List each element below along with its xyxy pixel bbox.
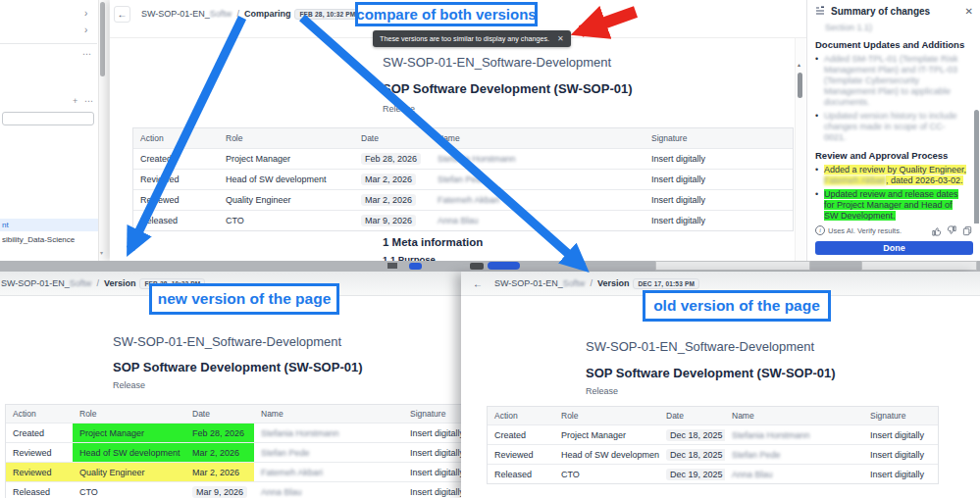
info-icon: i <box>815 225 825 235</box>
table-cell: Created <box>6 423 73 442</box>
column-header: Name <box>254 405 403 423</box>
column-header: Signature <box>863 407 938 424</box>
column-header: Date <box>659 407 725 424</box>
table-header-row: ActionRoleDateNameSignature <box>488 407 938 425</box>
table-cell: Stefan Pede <box>725 445 863 464</box>
column-header: Action <box>6 405 73 423</box>
table-cell: Released <box>488 465 554 483</box>
column-header: Date <box>354 128 431 148</box>
release-label: Release <box>383 104 415 114</box>
table-row: ReleasedCTOMar 9, 2026Anna BlauInsert di… <box>133 211 793 230</box>
table-cell: Quality Engineer <box>73 463 185 481</box>
back-button[interactable]: ← <box>114 6 130 23</box>
table-row: ReviewedHead of SW developmentMar 2, 202… <box>133 170 793 190</box>
table-row: ReleasedCTOMar 9, 2026Anna BlauInsert di… <box>6 482 516 498</box>
table-cell: Anna Blau <box>431 211 645 230</box>
table-header-row: ActionRoleDateNameSignature <box>133 128 793 149</box>
table-cell: Mar 2, 2026 <box>185 463 254 481</box>
ai-disclaimer-row: iUses AI. Verify results. <box>807 224 980 237</box>
table-cell: Stefania Horstmann <box>725 425 863 444</box>
sidebar-item[interactable]: sibility_Data-Science <box>2 235 97 244</box>
table-cell: Created <box>133 149 219 169</box>
release-table: ActionRoleDateNameSignatureCreatedProjec… <box>5 404 517 498</box>
more-icon[interactable]: ⋯ <box>82 49 92 59</box>
table-cell: Project Manager <box>554 425 659 444</box>
callout-new-version: new version of the page <box>149 283 339 315</box>
thumbs-up-icon[interactable] <box>931 225 942 236</box>
copy-icon[interactable] <box>962 225 973 236</box>
table-row: ReviewedHead of SW developmentDec 18, 20… <box>488 445 938 465</box>
table-cell: Mar 9, 2026 <box>185 482 254 498</box>
breadcrumb-separator: / <box>590 278 593 288</box>
table-cell: Fatemeh Akbari <box>431 190 645 210</box>
callout-old-version: old version of the page <box>643 290 831 322</box>
table-cell: CTO <box>73 482 185 498</box>
table-cell: Insert digitally <box>863 425 938 444</box>
column-header: Name <box>431 128 645 148</box>
breadcrumb-document[interactable]: SW-SOP-01-EN_Softw <box>494 278 585 288</box>
summary-text-fragment: Section 1.1) <box>825 23 967 32</box>
version-label: Version <box>104 278 136 288</box>
table-cell: Anna Blau <box>725 465 863 483</box>
table-cell: Head of SW development <box>73 443 185 462</box>
column-header: Role <box>554 407 659 424</box>
sidebar-item-active[interactable]: nt <box>0 219 99 231</box>
version-pill-from[interactable]: FEB 28, 10:32 PM <box>294 9 360 20</box>
chevron-right-icon[interactable]: › <box>84 8 87 19</box>
column-header: Name <box>725 407 863 424</box>
column-header: Action <box>133 128 219 148</box>
table-cell: CTO <box>219 211 354 230</box>
chevron-right-icon[interactable]: › <box>84 25 87 35</box>
version-pill[interactable]: DEC 17, 01:53 PM <box>633 278 699 289</box>
scrollbar-thumb[interactable] <box>100 2 105 76</box>
release-label: Release <box>586 386 618 396</box>
comparing-label: Comparing <box>244 9 291 19</box>
plus-icon[interactable]: + <box>73 96 78 106</box>
table-row: ReviewedHead of SW developmentMar 2, 202… <box>6 443 516 463</box>
done-button[interactable]: Done <box>815 241 973 255</box>
more-icon[interactable]: ⋯ <box>84 96 94 106</box>
thumbs-down-icon[interactable] <box>947 225 957 236</box>
ui-fragment <box>488 262 520 270</box>
table-cell: Mar 9, 2026 <box>354 211 431 230</box>
table-cell: Quality Engineer <box>219 190 354 210</box>
table-cell: Dec 18, 2025 <box>659 425 725 444</box>
ui-fragment <box>655 261 810 271</box>
table-cell: Head of SW development <box>554 445 659 464</box>
screen: › › ⋯ + ⋯ nt sibility_Data-Science ▾ ← S… <box>0 0 980 498</box>
table-cell: Dec 18, 2025 <box>659 445 725 464</box>
sidebar-search-input[interactable] <box>2 112 94 125</box>
scroll-up-icon[interactable]: ▴ <box>798 61 800 68</box>
document-heading: SOP Software Development (SW-SOP-01) <box>113 360 363 374</box>
table-cell: Feb 28, 2026 <box>185 423 254 442</box>
ui-fragment <box>387 263 397 269</box>
table-cell: Reviewed <box>133 190 219 210</box>
release-label: Release <box>113 380 145 390</box>
panel-header: Summary of changes ✕ <box>807 0 980 22</box>
close-icon[interactable]: ✕ <box>965 6 973 17</box>
summary-heading: Document Updates and Additions <box>815 39 967 50</box>
toast-close-icon[interactable]: ✕ <box>557 34 564 43</box>
table-cell: Anna Blau <box>254 482 403 498</box>
breadcrumb-document[interactable]: SW-SOP-01-EN_Softw <box>1 278 91 288</box>
table-cell: Created <box>488 425 554 444</box>
document-heading: SOP Software Development (SW-SOP-01) <box>383 81 633 96</box>
bullet-icon: • <box>815 111 824 143</box>
scrollbar-thumb[interactable] <box>974 110 979 224</box>
scrollbar-thumb[interactable] <box>798 73 802 98</box>
bullet-icon: • <box>815 165 824 186</box>
table-cell: Released <box>133 211 219 230</box>
table-row: CreatedProject ManagerFeb 28, 2026Stefan… <box>6 423 516 443</box>
table-cell: Mar 2, 2026 <box>354 170 431 189</box>
breadcrumb-document[interactable]: SW-SOP-01-EN_Softw <box>141 9 232 19</box>
table-cell: Insert digitally <box>645 211 793 230</box>
window-gap-strip <box>0 261 980 272</box>
table-cell: Reviewed <box>6 443 73 462</box>
back-button[interactable]: ← <box>473 278 483 289</box>
summary-heading: Review and Approval Process <box>815 150 967 161</box>
ui-fragment <box>409 263 422 270</box>
bullet-icon: • <box>815 189 824 222</box>
scroll-down-icon[interactable]: ▾ <box>100 249 103 256</box>
table-row: CreatedProject ManagerDec 18, 2025Stefan… <box>488 425 938 445</box>
table-cell: Insert digitally <box>645 190 793 210</box>
